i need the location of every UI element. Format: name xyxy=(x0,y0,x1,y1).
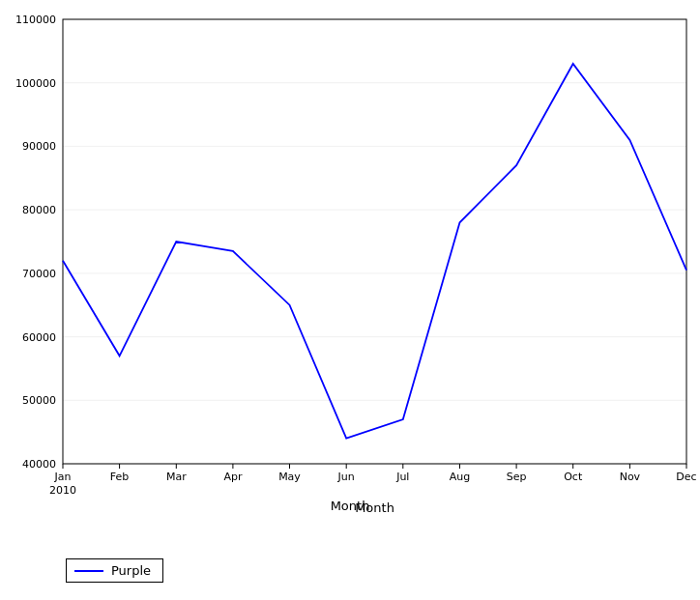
chart-container: 110000 100000 90000 80000 70000 60000 50… xyxy=(0,0,700,600)
y-tick-70000: 70000 xyxy=(22,268,56,280)
y-tick-50000: 50000 xyxy=(22,394,56,407)
x-tick-jan: Jan xyxy=(54,471,72,483)
y-tick-110000: 110000 xyxy=(15,14,56,26)
svg-rect-0 xyxy=(63,19,686,464)
y-tick-100000: 100000 xyxy=(15,77,56,90)
x-tick-apr: Apr xyxy=(223,471,243,483)
x-tick-feb: Feb xyxy=(110,471,129,483)
legend-label: Purple xyxy=(111,563,151,578)
y-tick-40000: 40000 xyxy=(22,458,56,471)
y-tick-80000: 80000 xyxy=(22,204,56,216)
x-axis-label-html: Month xyxy=(0,499,700,513)
x-tick-sep: Sep xyxy=(507,471,527,483)
x-tick-mar: Mar xyxy=(166,471,187,483)
x-tick-dec: Dec xyxy=(676,471,696,483)
legend-line xyxy=(74,570,103,572)
x-tick-2010: 2010 xyxy=(49,484,76,497)
y-tick-60000: 60000 xyxy=(22,331,56,344)
x-tick-jun: Jun xyxy=(337,471,355,483)
legend: Purple xyxy=(66,558,163,583)
x-tick-aug: Aug xyxy=(450,471,470,483)
y-tick-90000: 90000 xyxy=(22,140,56,153)
x-tick-oct: Oct xyxy=(564,471,583,483)
x-tick-may: May xyxy=(278,471,301,483)
x-tick-nov: Nov xyxy=(620,471,641,483)
x-tick-jul: Jul xyxy=(395,471,409,483)
